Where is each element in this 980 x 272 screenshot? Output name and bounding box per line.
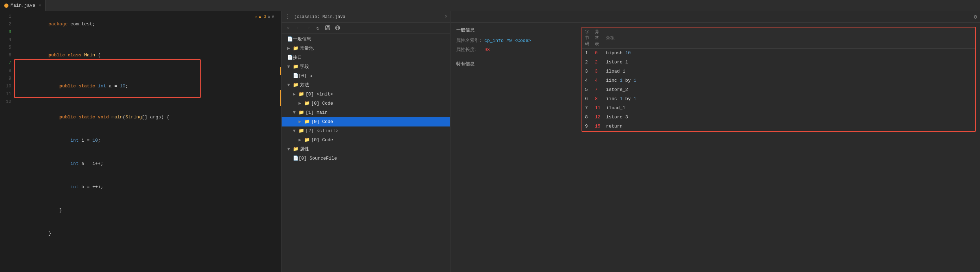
tree-container[interactable]: 📄 一般信息 ▶ 📁 常量池 📄 接口 ▼ 📁 字段 [282,34,450,272]
code-line-2 [14,36,281,44]
tree-arrow-main: ▼ [293,109,299,117]
tree-item-init[interactable]: ▶ 📁 [0] <init> [282,90,450,99]
code-content[interactable]: package com.test; public class Main { pu… [14,13,281,245]
code-line-4 [14,67,281,75]
code-line-1: package com.test; [14,13,281,36]
editor-inner: ⚠ ▲ 3 ∧ ∨ package com.test; public class… [14,13,281,272]
code-line-12: } [14,222,281,245]
tree-item-interfaces[interactable]: 📄 接口 [282,53,450,62]
tree-item-sourcefile[interactable]: 📄 [0] SourceFile [282,154,450,163]
folder-icon-clinit: 📁 [299,127,304,135]
folder-icon-main-code: 📁 [304,118,310,126]
folder-icon-init-code: 📁 [304,100,310,107]
tree-label-clinit: [2] <clinit> [305,127,339,135]
tree-item-general[interactable]: 📄 一般信息 [282,35,450,44]
tree-label-init: [0] <init> [305,91,333,98]
attr-index-row: 属性名索引: cp_info #9 <Code> [456,37,571,45]
folder-icon-constants: 📁 [293,45,299,53]
bytecode-row-6: 6 8 iinc 1 by 1 [582,94,975,104]
web-button[interactable] [334,24,342,32]
tree-label-init-code: [0] Code [311,100,333,107]
tree-item-clinit[interactable]: ▼ 📁 [2] <clinit> [282,126,450,136]
bytecode-row-3: 3 3 iload_1 [582,67,975,76]
code-line-3: public class Main { [14,44,281,67]
editor-tab[interactable]: Main.java × [0,0,46,11]
jclass-tab-close[interactable]: × [445,14,447,19]
bytecode-container: 字节码 异常表 杂项 1 0 bipush 10 [582,27,976,132]
bytecode-row-9: 9 15 return [582,122,975,131]
attr-index-value: cp_info #9 <Code> [484,37,531,45]
java-file-icon [4,3,8,8]
svg-rect-1 [327,26,329,27]
attr-length-row: 属性长度: 98 [456,46,571,54]
bytecode-row-2: 2 2 istore_1 [582,58,975,67]
tree-label-methods: 方法 [300,82,309,89]
tree-arrow-init-code: ▶ [299,100,304,107]
code-line-11: } [14,199,281,222]
bytecode-table: 字节码 异常表 杂项 1 0 bipush 10 [582,27,975,131]
tree-label-general: 一般信息 [293,35,311,43]
tree-label-fields: 字段 [300,63,309,71]
refresh-button[interactable]: ↻ [314,24,322,32]
tree-item-fields-0[interactable]: 📄 [0] a [282,72,450,81]
bytecode-row-4: 4 4 iinc 1 by 1 [582,76,975,85]
attr-length-value: 98 [484,46,490,54]
code-line-6 [14,98,281,106]
tree-arrow-main-code: ▶ [299,118,304,126]
jclass-toolbar: ✕ ← → ↻ [282,22,450,34]
bytecode-row-8: 8 12 istore_3 [582,113,975,122]
code-line-9: int a = i++; [14,152,281,176]
info-header: ⚙ [450,11,980,22]
scroll-marker-2 [280,90,281,98]
bytecode-header-bytecode[interactable]: 字节码 [582,27,592,49]
forward-button[interactable]: → [304,24,312,32]
bytecode-header-exceptions[interactable]: 异常表 [592,27,603,49]
tree-item-clinit-code[interactable]: ▶ 📁 [0] Code [282,136,450,145]
tree-item-main[interactable]: ▼ 📁 [1] main [282,108,450,117]
jclass-tab-prefix: jclasslib: [294,14,320,19]
attr-length-label: 属性长度: [456,46,484,54]
info-pane: ⚙ 一般信息 属性名索引: cp_info #9 <Code> 属性长度: 98… [450,11,980,272]
tree-label-constants: 常量池 [300,45,313,53]
folder-icon-attrs: 📁 [293,146,299,153]
special-info-title: 特有信息 [456,61,571,67]
tree-label-clinit-code: [0] Code [311,136,333,144]
code-line-10: int b = ++i; [14,176,281,199]
folder-icon-clinit-code: 📁 [304,136,310,144]
attr-index-label: 属性名索引: [456,37,484,45]
line-numbers: 1 2 3 ▶ 4 5 6 7 ▶ 8 9 10 11 12 [0,13,14,272]
tree-label-sourcefile: [0] SourceFile [299,155,337,162]
gear-icon[interactable]: ⚙ [974,13,977,21]
back-button[interactable]: ← [294,24,302,32]
bytecode-header-misc[interactable]: 杂项 [603,27,975,49]
tree-arrow-constants: ▶ [287,45,293,53]
bytecode-row-7: 7 11 iload_1 [582,104,975,113]
tree-arrow-clinit: ▼ [293,127,299,135]
tree-label-interfaces: 接口 [293,54,302,62]
bytecode-row-1: 1 0 bipush 10 [582,49,975,58]
tree-label-main-code: [0] Code [311,118,333,126]
info-content: 一般信息 属性名索引: cp_info #9 <Code> 属性长度: 98 特… [450,22,980,272]
tree-item-methods[interactable]: ▼ 📁 方法 [282,81,450,90]
tree-item-attrs[interactable]: ▼ 📁 属性 [282,145,450,154]
tree-arrow-fields: ▼ [287,63,293,71]
main-layout: 1 2 3 ▶ 4 5 6 7 ▶ 8 9 10 11 12 [0,11,980,272]
folder-icon-methods: 📁 [293,82,299,89]
tree-item-constants[interactable]: ▶ 📁 常量池 [282,44,450,53]
jclass-tab-label: Main.java [323,14,345,19]
tree-leaf-sourcefile: 📄 [293,155,299,162]
jclass-pane: ⋮ jclasslib: Main.java × ✕ ← → ↻ 📄 一般信息 [282,11,450,272]
info-right: 字节码 异常表 杂项 1 0 bipush 10 [577,22,980,272]
tree-arrow-attrs: ▼ [287,146,293,153]
tree-item-fields[interactable]: ▼ 📁 字段 [282,62,450,72]
save-button[interactable] [324,24,332,32]
more-options-icon[interactable]: ⋮ [285,13,290,21]
editor-tab-close[interactable]: × [39,3,41,8]
code-line-7: public static void main(String[] args) { [14,106,281,129]
bytecode-row-5: 5 7 istore_2 [582,85,975,94]
info-left: 一般信息 属性名索引: cp_info #9 <Code> 属性长度: 98 特… [450,22,577,272]
tree-item-init-code[interactable]: ▶ 📁 [0] Code [282,99,450,108]
tree-item-main-code[interactable]: ▶ 📁 [0] Code [282,117,450,126]
close-button[interactable]: ✕ [285,24,292,32]
editor-tab-label: Main.java [11,3,35,8]
